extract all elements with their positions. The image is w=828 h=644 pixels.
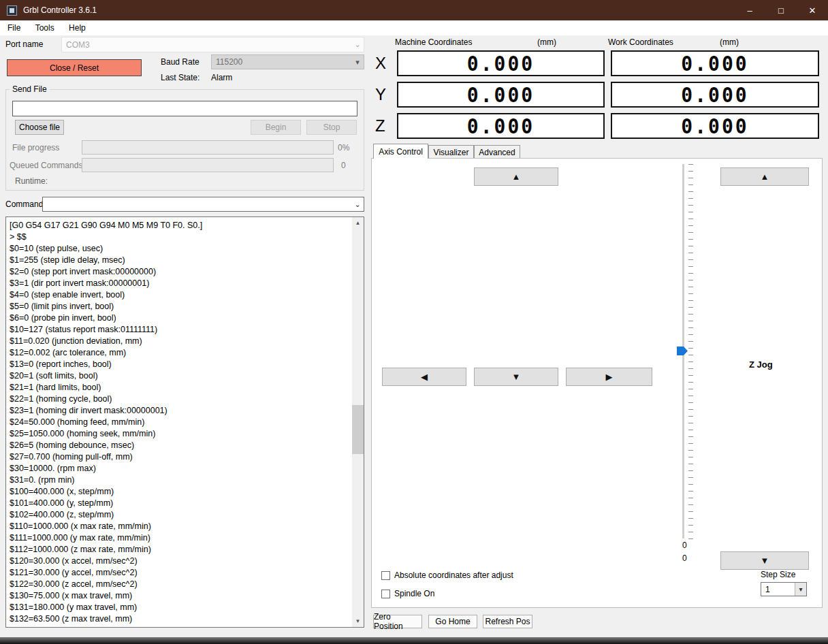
chevron-down-icon: ⌄ (351, 200, 364, 209)
refresh-pos-button[interactable]: Refresh Pos (483, 615, 532, 628)
work-y-display: 0.000 (611, 82, 819, 108)
scrollbar-thumb[interactable] (352, 405, 364, 454)
titlebar: Grbl Controller 3.6.1 – □ ✕ (0, 0, 828, 20)
machine-z-value: 0.000 (467, 114, 535, 138)
last-state-label: Last State: (161, 73, 200, 82)
console-line: $121=30.000 (y accel, mm/sec^2) (10, 567, 351, 579)
tab-visualizer[interactable]: Visualizer (428, 145, 474, 159)
file-progress-percent: 0% (338, 143, 349, 152)
console-line: $26=5 (homing debounce, msec) (10, 440, 351, 451)
close-reset-button[interactable]: Close / Reset (7, 59, 142, 76)
step-size-value: 1 (761, 585, 795, 594)
work-units-label: (mm) (720, 37, 739, 47)
scroll-up-icon[interactable]: ▲ (352, 217, 364, 229)
port-name-label: Port name (5, 39, 43, 49)
spindle-on-label: Spindle On (394, 589, 434, 598)
console-line: $132=63.500 (z max travel, mm) (10, 613, 351, 625)
work-coordinates-label: Work Coordinates (608, 37, 673, 47)
minimize-button[interactable]: – (734, 0, 765, 20)
machine-z-display: 0.000 (397, 113, 605, 139)
go-home-button[interactable]: Go Home (428, 615, 477, 628)
console-line: $10=127 (status report mask:01111111) (10, 324, 351, 336)
slider-value-bottom: 0 (682, 553, 687, 563)
menu-file[interactable]: File (1, 20, 27, 35)
console-output[interactable]: [G0 G54 G17 G21 G90 G94 M0 M5 M9 T0 F0. … (5, 216, 364, 628)
tab-axis-control[interactable]: Axis Control (373, 144, 428, 159)
console-line: $122=30.000 (z accel, mm/sec^2) (10, 579, 351, 590)
console-line: $5=0 (limit pins invert, bool) (10, 301, 351, 312)
triangle-down-icon: ▾ (351, 58, 364, 67)
console-line: $4=0 (step enable invert, bool) (10, 289, 351, 301)
slider-value-top: 0 (682, 541, 687, 550)
app-icon (7, 5, 17, 16)
z-jog-label: Z Jog (749, 359, 773, 370)
console-line: $27=0.700 (homing pull-off, mm) (10, 451, 351, 463)
scroll-down-icon[interactable]: ▼ (352, 615, 364, 627)
chevron-down-icon: ⌄ (351, 40, 364, 49)
left-arrow-icon: ◀ (421, 372, 428, 382)
machine-x-value: 0.000 (467, 51, 535, 76)
zero-position-button[interactable]: Zero Position (373, 615, 422, 628)
console-line: $131=180.000 (y max travel, mm) (10, 602, 351, 613)
console-line: $11=0.020 (junction deviation, mm) (10, 336, 351, 347)
console-line: $1=255 (step idle delay, msec) (10, 255, 351, 266)
console-line: $111=1000.000 (y max rate, mm/min) (10, 532, 351, 544)
work-x-display: 0.000 (611, 50, 819, 76)
console-line: [G0 G54 G17 G21 G90 G94 M0 M5 M9 T0 F0. … (10, 220, 351, 231)
port-select[interactable]: COM3 ⌄ (61, 37, 364, 52)
console-line: $25=1050.000 (homing seek, mm/min) (10, 428, 351, 440)
jog-y-minus-button[interactable]: ▼ (474, 368, 558, 386)
baud-rate-select[interactable]: 115200 ▾ (211, 54, 364, 69)
console-lines: [G0 G54 G17 G21 G90 G94 M0 M5 M9 T0 F0. … (6, 217, 352, 627)
axis-x-label: X (375, 50, 394, 76)
console-line: $120=30.000 (x accel, mm/sec^2) (10, 556, 351, 567)
console-line: $13=0 (report inches, bool) (10, 359, 351, 370)
jog-x-minus-button[interactable]: ◀ (382, 368, 466, 386)
close-button[interactable]: ✕ (797, 0, 828, 20)
work-z-value: 0.000 (681, 114, 748, 138)
menu-tools[interactable]: Tools (29, 20, 61, 35)
begin-button[interactable]: Begin (251, 120, 301, 135)
stop-button[interactable]: Stop (306, 120, 357, 135)
file-progress-bar (82, 140, 334, 155)
command-combobox[interactable]: ⌄ (42, 197, 364, 212)
absolute-coordinates-checkbox[interactable] (381, 571, 390, 580)
jog-z-plus-button[interactable]: ▲ (720, 167, 809, 186)
console-line: $112=1000.000 (z max rate, mm/min) (10, 544, 351, 556)
machine-y-value: 0.000 (467, 82, 535, 107)
menu-help[interactable]: Help (63, 20, 92, 35)
machine-units-label: (mm) (537, 37, 556, 47)
file-progress-label: File progress (12, 143, 59, 152)
step-size-label: Step Size (761, 570, 795, 579)
console-line: $24=50.000 (homing feed, mm/min) (10, 417, 351, 428)
queued-commands-label: Queued Commands (10, 161, 82, 170)
maximize-button[interactable]: □ (765, 0, 797, 20)
spindle-on-checkbox[interactable] (381, 590, 390, 598)
send-file-group-title: Send File (10, 84, 50, 94)
console-line: $101=400.000 (y, step/mm) (10, 498, 351, 509)
jog-y-plus-button[interactable]: ▲ (474, 167, 558, 186)
jog-x-plus-button[interactable]: ▶ (566, 368, 652, 386)
baud-rate-value: 115200 (212, 57, 351, 67)
jog-z-minus-button[interactable]: ▼ (720, 551, 809, 570)
up-arrow-icon: ▲ (761, 172, 769, 182)
work-x-value: 0.000 (681, 51, 748, 76)
tab-advanced[interactable]: Advanced (474, 145, 520, 159)
console-line: $23=1 (homing dir invert mask:00000001) (10, 405, 351, 417)
work-z-display: 0.000 (611, 113, 819, 139)
console-line: $20=1 (soft limits, bool) (10, 370, 351, 382)
window-bottom-edge (0, 637, 828, 644)
console-line: $100=400.000 (x, step/mm) (10, 486, 351, 498)
window-title: Grbl Controller 3.6.1 (23, 0, 97, 20)
file-path-input[interactable] (12, 101, 357, 116)
z-jog-slider-ticks (688, 164, 693, 539)
choose-file-button[interactable]: Choose file (15, 120, 64, 135)
down-arrow-icon: ▼ (761, 556, 769, 566)
runtime-label: Runtime: (15, 176, 48, 186)
console-line: $21=1 (hard limits, bool) (10, 382, 351, 393)
console-line: $31=0. (rpm min) (10, 474, 351, 486)
console-line: $0=10 (step pulse, usec) (10, 243, 351, 255)
console-scrollbar[interactable]: ▲ ▼ (352, 217, 364, 627)
step-size-select[interactable]: 1 ▾ (761, 582, 807, 596)
console-line: $30=10000. (rpm max) (10, 463, 351, 474)
